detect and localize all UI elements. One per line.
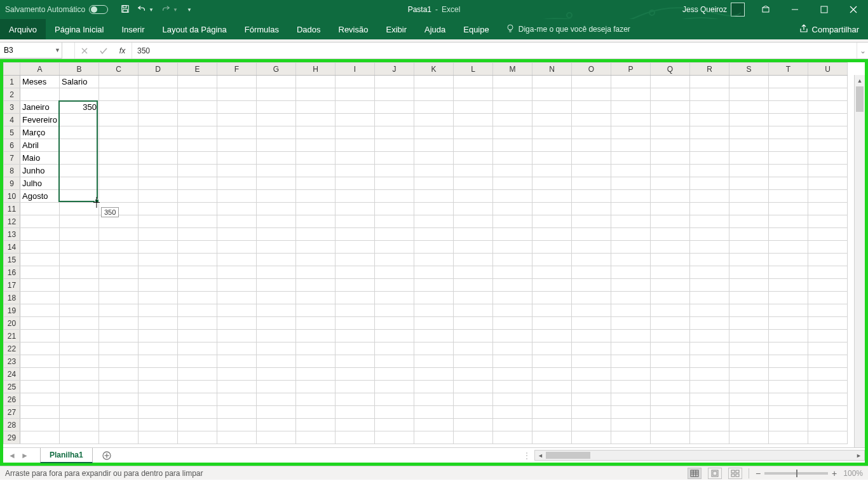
- sheet-next-icon[interactable]: ►: [18, 451, 31, 460]
- cell-H16[interactable]: [296, 266, 336, 279]
- col-header-M[interactable]: M: [493, 63, 532, 76]
- cell-Q8[interactable]: [651, 165, 690, 177]
- cell-U26[interactable]: [808, 393, 848, 406]
- cell-P29[interactable]: [611, 431, 651, 444]
- cell-K6[interactable]: [414, 139, 454, 152]
- cell-O15[interactable]: [572, 254, 611, 266]
- cell-P17[interactable]: [611, 279, 651, 292]
- cell-C17[interactable]: [99, 279, 139, 292]
- cell-P21[interactable]: [611, 330, 651, 342]
- cell-I23[interactable]: [336, 355, 375, 368]
- cell-B24[interactable]: [60, 368, 99, 381]
- cell-Q25[interactable]: [651, 381, 690, 393]
- cell-U20[interactable]: [808, 317, 848, 330]
- cell-N9[interactable]: [532, 177, 572, 190]
- cell-P1[interactable]: [611, 76, 651, 88]
- cell-K25[interactable]: [414, 381, 454, 393]
- cell-K22[interactable]: [414, 342, 454, 355]
- cell-F2[interactable]: [217, 88, 257, 101]
- cell-G10[interactable]: [257, 190, 296, 203]
- cell-D28[interactable]: [139, 419, 178, 431]
- col-header-B[interactable]: B: [60, 63, 99, 76]
- cell-J27[interactable]: [375, 406, 414, 419]
- col-header-I[interactable]: I: [336, 63, 375, 76]
- cell-T16[interactable]: [769, 266, 808, 279]
- cell-L19[interactable]: [454, 304, 493, 317]
- cell-L9[interactable]: [454, 177, 493, 190]
- cell-G11[interactable]: [257, 203, 296, 215]
- cell-I10[interactable]: [336, 190, 375, 203]
- cell-N29[interactable]: [532, 431, 572, 444]
- row-header-9[interactable]: 9: [4, 177, 20, 190]
- cell-L22[interactable]: [454, 342, 493, 355]
- cell-F9[interactable]: [217, 177, 257, 190]
- cell-I6[interactable]: [336, 139, 375, 152]
- cell-T20[interactable]: [769, 317, 808, 330]
- cell-J18[interactable]: [375, 292, 414, 304]
- cell-J1[interactable]: [375, 76, 414, 88]
- cell-G4[interactable]: [257, 114, 296, 126]
- cell-N17[interactable]: [532, 279, 572, 292]
- col-header-T[interactable]: T: [769, 63, 808, 76]
- cell-I19[interactable]: [336, 304, 375, 317]
- undo-icon[interactable]: [137, 4, 146, 15]
- cell-C24[interactable]: [99, 368, 139, 381]
- cell-T29[interactable]: [769, 431, 808, 444]
- cell-I15[interactable]: [336, 254, 375, 266]
- cell-E9[interactable]: [178, 177, 217, 190]
- cell-D1[interactable]: [139, 76, 178, 88]
- cell-M11[interactable]: [493, 203, 532, 215]
- cell-E2[interactable]: [178, 88, 217, 101]
- tab-team[interactable]: Equipe: [454, 19, 498, 39]
- cell-B13[interactable]: [60, 228, 99, 241]
- cell-T21[interactable]: [769, 330, 808, 342]
- cell-O27[interactable]: [572, 406, 611, 419]
- cell-S9[interactable]: [729, 177, 769, 190]
- cell-E13[interactable]: [178, 228, 217, 241]
- cell-D15[interactable]: [139, 254, 178, 266]
- cell-E22[interactable]: [178, 342, 217, 355]
- cell-P8[interactable]: [611, 165, 651, 177]
- share-button[interactable]: Compartilhar: [790, 19, 868, 39]
- cell-C6[interactable]: [99, 139, 139, 152]
- cell-J28[interactable]: [375, 419, 414, 431]
- cell-M12[interactable]: [493, 215, 532, 228]
- tab-home[interactable]: Página Inicial: [46, 19, 112, 39]
- cell-N24[interactable]: [532, 368, 572, 381]
- cell-M7[interactable]: [493, 152, 532, 165]
- cell-Q4[interactable]: [651, 114, 690, 126]
- cell-O29[interactable]: [572, 431, 611, 444]
- cell-D18[interactable]: [139, 292, 178, 304]
- name-box[interactable]: B3 ▼: [0, 43, 62, 58]
- cell-H1[interactable]: [296, 76, 336, 88]
- cell-K1[interactable]: [414, 76, 454, 88]
- cell-N28[interactable]: [532, 419, 572, 431]
- scroll-left-icon[interactable]: ◄: [535, 452, 546, 459]
- cell-U9[interactable]: [808, 177, 848, 190]
- cell-N15[interactable]: [532, 254, 572, 266]
- cell-C1[interactable]: [99, 76, 139, 88]
- cell-U19[interactable]: [808, 304, 848, 317]
- cell-S29[interactable]: [729, 431, 769, 444]
- cell-J2[interactable]: [375, 88, 414, 101]
- cell-R20[interactable]: [690, 317, 729, 330]
- cell-R9[interactable]: [690, 177, 729, 190]
- cell-R7[interactable]: [690, 152, 729, 165]
- cell-K26[interactable]: [414, 393, 454, 406]
- zoom-track[interactable]: [764, 472, 828, 475]
- cell-E28[interactable]: [178, 419, 217, 431]
- cell-T18[interactable]: [769, 292, 808, 304]
- cell-H22[interactable]: [296, 342, 336, 355]
- cell-F5[interactable]: [217, 126, 257, 139]
- cell-C28[interactable]: [99, 419, 139, 431]
- col-header-N[interactable]: N: [532, 63, 572, 76]
- cell-K4[interactable]: [414, 114, 454, 126]
- cell-S19[interactable]: [729, 304, 769, 317]
- cell-P13[interactable]: [611, 228, 651, 241]
- cell-S17[interactable]: [729, 279, 769, 292]
- cell-D19[interactable]: [139, 304, 178, 317]
- cell-G14[interactable]: [257, 241, 296, 254]
- cell-E1[interactable]: [178, 76, 217, 88]
- cell-S22[interactable]: [729, 342, 769, 355]
- cell-M29[interactable]: [493, 431, 532, 444]
